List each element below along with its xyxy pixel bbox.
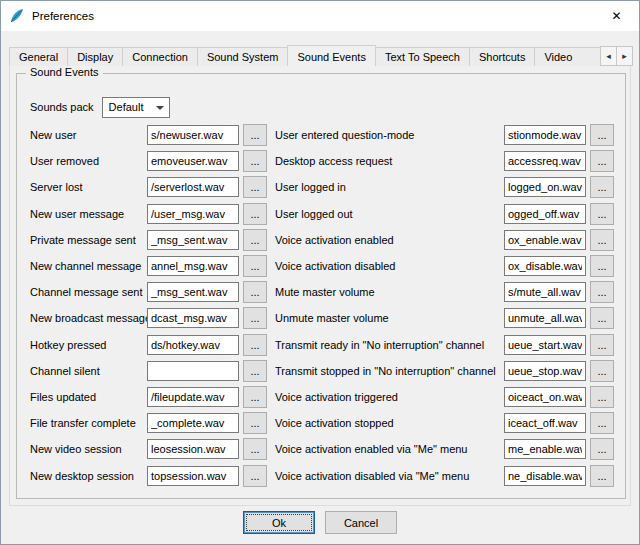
tab-video[interactable]: Video <box>534 47 602 66</box>
sound-file-input[interactable] <box>147 387 239 407</box>
browse-button[interactable]: ... <box>590 386 614 408</box>
sounds-pack-dropdown[interactable]: Default <box>102 97 170 118</box>
sound-file-input[interactable] <box>504 151 586 171</box>
sound-event-row: New broadcast message ... Unmute master … <box>30 305 614 331</box>
sound-file-input[interactable] <box>147 335 239 355</box>
tab-general[interactable]: General <box>9 47 68 66</box>
sound-event-row: New video session ... Voice activation e… <box>30 436 614 462</box>
sound-file-input[interactable] <box>504 466 586 486</box>
sound-file-input[interactable] <box>504 125 586 145</box>
sound-file-input[interactable] <box>147 361 239 381</box>
preferences-dialog: Preferences ✕ General Display Connection… <box>0 0 640 545</box>
browse-button[interactable]: ... <box>243 203 267 225</box>
dialog-buttons: Ok Cancel <box>1 511 639 534</box>
sound-file-input[interactable] <box>147 125 239 145</box>
sound-file-input[interactable] <box>504 204 586 224</box>
browse-button[interactable]: ... <box>590 255 614 277</box>
tab-shortcuts[interactable]: Shortcuts <box>469 47 535 66</box>
event-label: Channel silent <box>30 365 147 377</box>
sound-event-row: User removed ... Desktop access request … <box>30 148 614 174</box>
browse-button[interactable]: ... <box>243 386 267 408</box>
sound-file-input[interactable] <box>147 282 239 302</box>
event-label: Hotkey pressed <box>30 339 147 351</box>
browse-button[interactable]: ... <box>243 281 267 303</box>
event-label: File transfer complete <box>30 417 147 429</box>
sound-file-input[interactable] <box>147 151 239 171</box>
tab-sound-events[interactable]: Sound Events <box>287 45 376 66</box>
ok-button[interactable]: Ok <box>243 511 315 534</box>
sound-file-input[interactable] <box>504 439 586 459</box>
browse-button[interactable]: ... <box>590 176 614 198</box>
sound-file-input[interactable] <box>504 387 586 407</box>
groupbox-title: Sound Events <box>26 66 103 78</box>
event-label: Voice activation triggered <box>267 391 504 403</box>
browse-button[interactable]: ... <box>590 412 614 434</box>
browse-button[interactable]: ... <box>243 229 267 251</box>
event-label: Private message sent <box>30 234 147 246</box>
browse-button[interactable]: ... <box>590 465 614 487</box>
sound-file-input[interactable] <box>504 413 586 433</box>
browse-button[interactable]: ... <box>590 360 614 382</box>
browse-button[interactable]: ... <box>243 438 267 460</box>
browse-button[interactable]: ... <box>243 307 267 329</box>
cancel-button[interactable]: Cancel <box>325 511 397 534</box>
event-label: User logged out <box>267 208 504 220</box>
sound-file-input[interactable] <box>147 256 239 276</box>
app-logo-icon <box>9 8 25 24</box>
browse-button[interactable]: ... <box>243 412 267 434</box>
close-button[interactable]: ✕ <box>594 1 639 31</box>
event-label: Mute master volume <box>267 286 504 298</box>
browse-button[interactable]: ... <box>590 124 614 146</box>
browse-button[interactable]: ... <box>590 438 614 460</box>
tab-sound-system[interactable]: Sound System <box>197 47 289 66</box>
event-label: Desktop access request <box>267 155 504 167</box>
sound-file-input[interactable] <box>504 282 586 302</box>
browse-button[interactable]: ... <box>590 150 614 172</box>
event-label: Voice activation enabled via "Me" menu <box>267 443 504 455</box>
browse-button[interactable]: ... <box>243 334 267 356</box>
sound-file-input[interactable] <box>504 361 586 381</box>
sound-file-input[interactable] <box>147 439 239 459</box>
sound-event-row: Files updated ... Voice activation trigg… <box>30 384 614 410</box>
browse-button[interactable]: ... <box>590 334 614 356</box>
browse-button[interactable]: ... <box>590 281 614 303</box>
window-title: Preferences <box>32 10 94 22</box>
tab-scroll-left-button[interactable]: ◂ <box>600 46 617 66</box>
browse-button[interactable]: ... <box>590 203 614 225</box>
sound-file-input[interactable] <box>147 177 239 197</box>
sound-file-input[interactable] <box>504 308 586 328</box>
browse-button[interactable]: ... <box>243 255 267 277</box>
tab-scroll-right-button[interactable]: ▸ <box>616 46 633 66</box>
browse-button[interactable]: ... <box>243 360 267 382</box>
sound-file-input[interactable] <box>504 177 586 197</box>
sound-event-row: File transfer complete ... Voice activat… <box>30 410 614 436</box>
browse-button[interactable]: ... <box>243 124 267 146</box>
browse-button[interactable]: ... <box>243 150 267 172</box>
sound-event-row: Channel silent ... Transmit stopped in "… <box>30 358 614 384</box>
sound-file-input[interactable] <box>504 335 586 355</box>
sound-file-input[interactable] <box>504 230 586 250</box>
event-label: New user <box>30 129 147 141</box>
event-label: User logged in <box>267 181 504 193</box>
browse-button[interactable]: ... <box>243 465 267 487</box>
sound-file-input[interactable] <box>504 256 586 276</box>
event-label: Server lost <box>30 181 147 193</box>
arrow-left-icon: ◂ <box>606 51 611 61</box>
event-label: Unmute master volume <box>267 312 504 324</box>
event-label: New broadcast message <box>30 312 147 324</box>
event-label: Transmit ready in "No interruption" chan… <box>267 339 504 351</box>
sound-events-page: Sound Events Sounds pack Default New use… <box>9 65 631 506</box>
sound-file-input[interactable] <box>147 204 239 224</box>
browse-button[interactable]: ... <box>243 176 267 198</box>
sound-file-input[interactable] <box>147 230 239 250</box>
sound-file-input[interactable] <box>147 308 239 328</box>
event-label: Transmit stopped in "No interruption" ch… <box>267 365 504 377</box>
tab-text-to-speech[interactable]: Text To Speech <box>375 47 470 66</box>
sound-file-input[interactable] <box>147 413 239 433</box>
browse-button[interactable]: ... <box>590 307 614 329</box>
tab-display[interactable]: Display <box>67 47 123 66</box>
tab-connection[interactable]: Connection <box>122 47 198 66</box>
sound-file-input[interactable] <box>147 466 239 486</box>
event-label: New user message <box>30 208 147 220</box>
browse-button[interactable]: ... <box>590 229 614 251</box>
